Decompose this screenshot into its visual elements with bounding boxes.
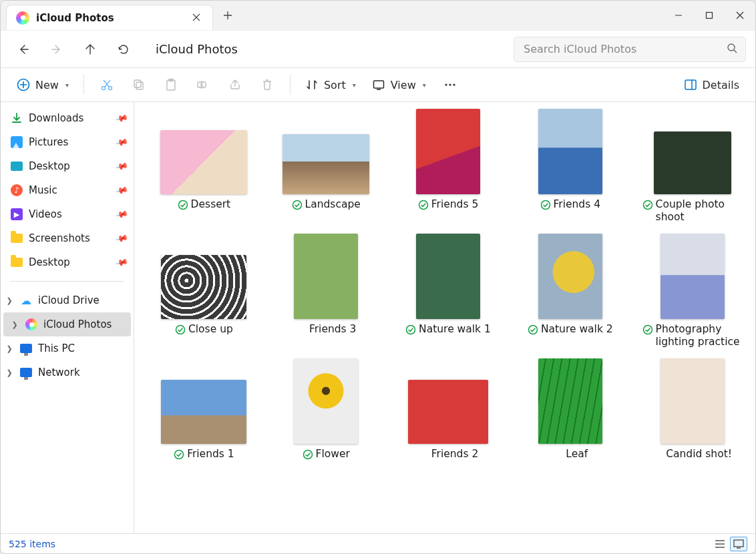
content-area[interactable]: DessertLandscapeFriends 5Friends 4Couple…: [134, 102, 755, 533]
sidebar-quick-item[interactable]: ♪Music📌: [1, 178, 134, 202]
sidebar[interactable]: Downloads📌Pictures📌Desktop📌♪Music📌▶Video…: [1, 102, 134, 533]
sidebar-tree-item[interactable]: ❯☁iCloud Drive: [1, 288, 134, 312]
window-controls: [663, 1, 755, 30]
sidebar-quick-item[interactable]: Desktop📌: [1, 154, 134, 178]
close-window-button[interactable]: [725, 1, 755, 30]
item-label: Candid shot!: [666, 448, 732, 461]
sidebar-quick-item[interactable]: Downloads📌: [1, 106, 134, 130]
svg-point-12: [445, 83, 447, 85]
sidebar-quick-item[interactable]: Screenshots📌: [1, 226, 134, 250]
svg-point-1: [728, 44, 735, 51]
item-label: Friends 4: [554, 198, 601, 211]
body: Downloads📌Pictures📌Desktop📌♪Music📌▶Video…: [1, 102, 755, 533]
chevron-right-icon[interactable]: ❯: [5, 296, 14, 305]
active-tab[interactable]: iCloud Photos: [6, 5, 213, 30]
thumbnail: [660, 358, 725, 444]
sync-check-icon: [540, 200, 551, 213]
svg-point-3: [102, 87, 105, 90]
sort-icon: [305, 78, 319, 91]
sidebar-item-label: This PC: [38, 342, 75, 354]
copy-button[interactable]: [124, 74, 154, 95]
sidebar-item-label: Pictures: [29, 136, 68, 148]
grid-item[interactable]: Flower: [275, 358, 377, 463]
delete-button[interactable]: [252, 74, 282, 95]
thumbnail: [294, 358, 358, 444]
grid-item[interactable]: Friends 1: [153, 358, 255, 463]
sidebar-quick-item[interactable]: Desktop📌: [1, 250, 134, 274]
item-caption: Flower: [303, 448, 350, 463]
view-icon: [372, 78, 385, 91]
view-button[interactable]: View ▾: [365, 74, 433, 95]
sort-button[interactable]: Sort ▾: [299, 74, 363, 95]
grid-item[interactable]: Close up: [153, 234, 255, 338]
item-label: Landscape: [305, 198, 361, 211]
rename-button[interactable]: A: [188, 74, 218, 95]
svg-rect-6: [134, 80, 141, 87]
grid-item[interactable]: Friends 5: [397, 109, 500, 213]
svg-point-16: [178, 201, 187, 210]
grid-item[interactable]: Nature walk 2: [519, 234, 621, 338]
cloud-icon: ☁: [19, 294, 33, 307]
sidebar-quick-item[interactable]: Pictures📌: [1, 130, 134, 154]
sidebar-tree-item[interactable]: ❯This PC: [1, 336, 134, 360]
sync-check-icon: [292, 200, 303, 213]
sidebar-item-label: Videos: [29, 208, 62, 220]
sidebar-item-label: Downloads: [29, 112, 83, 124]
forward-button[interactable]: [43, 36, 70, 63]
svg-point-22: [407, 325, 415, 334]
grid-item[interactable]: Leaf: [519, 358, 621, 461]
search-box[interactable]: [514, 37, 746, 62]
grid-item[interactable]: Friends 4: [519, 109, 621, 213]
item-label: Couple photo shoot: [656, 198, 743, 224]
close-tab-button[interactable]: [190, 10, 203, 26]
cut-button[interactable]: [92, 74, 122, 95]
item-caption: Photography lighting practice: [642, 323, 743, 349]
paste-button[interactable]: [156, 74, 186, 95]
list-view-button[interactable]: [711, 537, 729, 551]
share-icon: [228, 78, 242, 91]
back-button[interactable]: [10, 36, 37, 63]
chevron-right-icon[interactable]: ❯: [10, 320, 19, 329]
chevron-right-icon[interactable]: ❯: [5, 344, 14, 353]
item-caption: Friends 2: [418, 448, 479, 461]
sidebar-tree-item[interactable]: ❯iCloud Photos: [3, 312, 131, 336]
thumbnail: [654, 109, 731, 194]
item-count: 525 items: [9, 539, 55, 549]
item-label: Friends 3: [309, 323, 357, 336]
search-input[interactable]: [522, 42, 727, 56]
pin-icon: 📌: [114, 184, 128, 198]
grid-view-button[interactable]: [730, 537, 747, 551]
sidebar-item-label: iCloud Drive: [38, 294, 100, 306]
more-button[interactable]: [435, 74, 465, 95]
svg-rect-11: [373, 81, 383, 88]
share-button[interactable]: [220, 74, 250, 95]
minimize-button[interactable]: [663, 1, 694, 30]
refresh-button[interactable]: [110, 36, 137, 63]
address-bar[interactable]: iCloud Photos: [144, 42, 444, 56]
maximize-button[interactable]: [694, 1, 725, 30]
svg-point-26: [303, 450, 312, 459]
details-pane-button[interactable]: Details: [677, 74, 746, 95]
monitor-icon: [19, 366, 33, 379]
up-button[interactable]: [77, 36, 104, 63]
arrow-right-icon: [51, 43, 63, 55]
new-tab-button[interactable]: [213, 1, 242, 30]
grid-item[interactable]: Landscape: [275, 109, 377, 213]
new-button[interactable]: New ▾: [10, 74, 75, 95]
item-label: Friends 1: [187, 448, 234, 461]
thumbnail: [161, 358, 246, 444]
sidebar-quick-item[interactable]: ▶Videos📌: [1, 202, 134, 226]
grid-item[interactable]: Friends 3: [275, 234, 377, 336]
grid-item[interactable]: Photography lighting practice: [641, 234, 743, 349]
grid-item[interactable]: Dessert: [153, 109, 255, 213]
chevron-right-icon[interactable]: ❯: [5, 368, 14, 377]
grid-item[interactable]: Nature walk 1: [397, 234, 500, 338]
sync-check-icon: [405, 324, 416, 338]
grid-item[interactable]: Candid shot!: [641, 358, 743, 461]
grid-item[interactable]: Couple photo shoot: [641, 109, 743, 224]
titlebar: iCloud Photos: [1, 1, 755, 30]
thumbnail: [408, 358, 488, 444]
sidebar-tree-item[interactable]: ❯Network: [1, 360, 134, 384]
grid-item[interactable]: Friends 2: [397, 358, 500, 461]
sync-check-icon: [418, 200, 429, 213]
